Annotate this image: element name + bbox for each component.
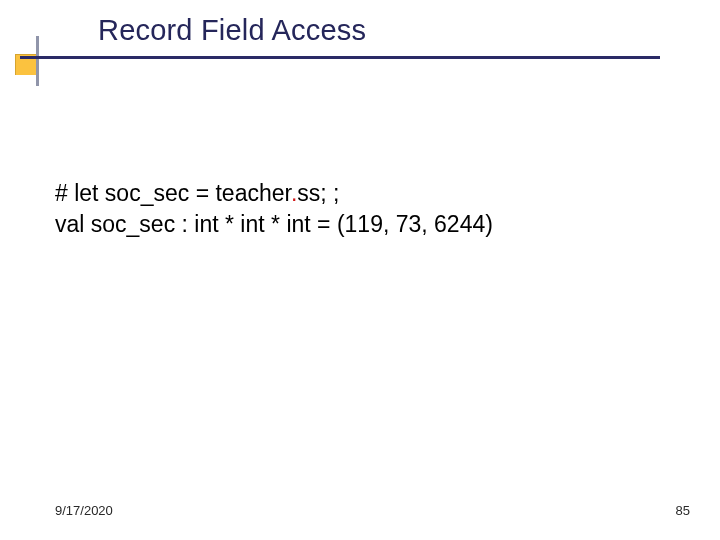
- slide-title: Record Field Access: [98, 14, 366, 47]
- code-line-2: val soc_sec : int * int * int = (119, 73…: [55, 209, 680, 240]
- decor-vertical-bar: [36, 36, 39, 86]
- code-block: # let soc_sec = teacher.ss; ; val soc_se…: [55, 178, 680, 240]
- code-line-1-after-dot: ss; ;: [297, 180, 339, 206]
- footer-date: 9/17/2020: [55, 503, 113, 518]
- footer-page-number: 85: [676, 503, 690, 518]
- slide: Record Field Access # let soc_sec = teac…: [0, 0, 720, 540]
- decor-horizontal-bar: [20, 56, 660, 59]
- code-line-1: # let soc_sec = teacher.ss; ;: [55, 178, 680, 209]
- code-line-1-before-dot: # let soc_sec = teacher: [55, 180, 291, 206]
